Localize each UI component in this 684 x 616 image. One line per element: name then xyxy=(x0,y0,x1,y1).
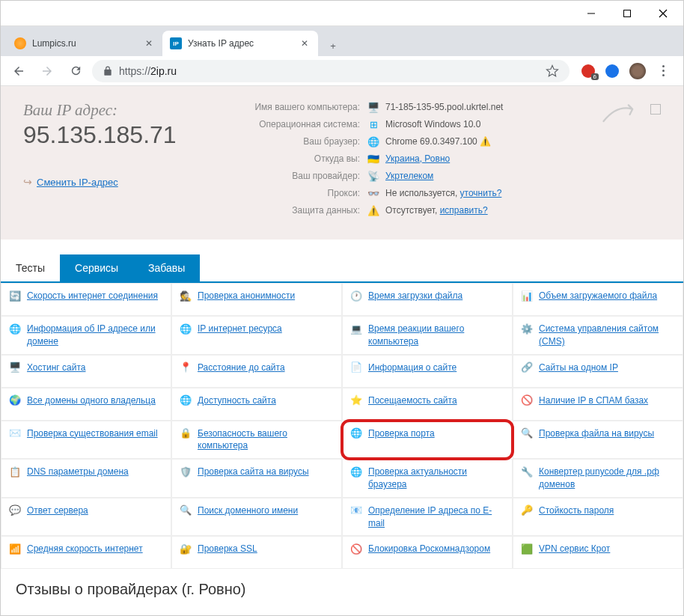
location-link[interactable]: Украина, Ровно xyxy=(385,153,450,164)
service-link[interactable]: Безопасность вашего компьютера xyxy=(198,427,334,453)
service-icon: 📋 xyxy=(9,466,21,478)
service-link[interactable]: Ответ сервера xyxy=(27,504,88,517)
service-icon: 🔒 xyxy=(180,427,192,439)
service-link[interactable]: Информация о сайте xyxy=(368,362,456,374)
tab-close-icon[interactable]: ✕ xyxy=(299,37,311,49)
extensions-area: 6 xyxy=(574,63,677,79)
service-link[interactable]: Проверка анонимности xyxy=(198,290,295,302)
proxy-icon: 👓 xyxy=(367,187,379,199)
proxy-value: Не используется, уточнить? xyxy=(385,188,501,198)
service-icon: ⚙️ xyxy=(521,323,533,335)
service-link[interactable]: Объем загружаемого файла xyxy=(539,290,657,302)
service-icon: 🔑 xyxy=(521,504,533,516)
service-link[interactable]: Система управления сайтом (CMS) xyxy=(539,323,675,348)
service-icon: 📶 xyxy=(9,543,21,555)
service-link[interactable]: Блокировка Роскомнадзором xyxy=(368,543,490,555)
service-link[interactable]: Проверка сайта на вирусы xyxy=(198,466,309,478)
service-cell: 🟩VPN сервис Крот xyxy=(513,536,683,569)
omnibox[interactable]: https://2ip.ru xyxy=(92,60,570,82)
computer-icon: 🖥️ xyxy=(367,101,379,113)
service-link[interactable]: Информация об IP адресе или домене xyxy=(27,323,163,348)
service-link[interactable]: Все домены одного владельца xyxy=(27,394,156,407)
service-link[interactable]: Проверка актуальности браузера xyxy=(368,466,504,491)
provider-link[interactable]: Укртелеком xyxy=(385,171,433,181)
service-cell: 🌍Все домены одного владельца xyxy=(1,388,171,421)
service-link[interactable]: Поиск доменного имени xyxy=(198,504,298,517)
back-button[interactable] xyxy=(7,59,31,83)
service-link[interactable]: Посещаемость сайта xyxy=(368,394,457,407)
share-arrow[interactable] xyxy=(599,101,661,128)
service-cell: 🚫Наличие IP в СПАМ базах xyxy=(513,388,683,421)
service-link[interactable]: Проверка порта xyxy=(368,427,435,440)
service-link[interactable]: Время загрузки файла xyxy=(368,290,462,302)
service-link[interactable]: Проверка файла на вирусы xyxy=(539,427,654,440)
service-link[interactable]: Стойкость пароля xyxy=(539,504,614,517)
proxy-clarify-link[interactable]: уточнить? xyxy=(460,188,502,198)
service-icon: 🌐 xyxy=(9,323,21,335)
url-text: https://2ip.ru xyxy=(119,65,540,77)
service-icon: 📄 xyxy=(350,362,362,373)
service-cell: 🌐Проверка актуальности браузера xyxy=(342,459,513,498)
service-cell: 📍Расстояние до сайта xyxy=(171,355,342,388)
service-link[interactable]: Скорость интернет соединения xyxy=(27,290,158,302)
protection-fix-link[interactable]: исправить? xyxy=(440,205,488,216)
tab-services[interactable]: Сервисы xyxy=(60,254,133,281)
forward-button[interactable] xyxy=(35,59,59,83)
service-link[interactable]: Хостинг сайта xyxy=(27,362,86,374)
chrome-menu-button[interactable] xyxy=(656,65,670,76)
service-icon: 🕐 xyxy=(350,290,362,302)
reload-button[interactable] xyxy=(64,59,88,83)
service-cell: ✉️Проверка существования email xyxy=(1,421,171,460)
browser-tab-lumpics[interactable]: Lumpics.ru ✕ xyxy=(7,31,162,56)
service-cell: 📊Объем загружаемого файла xyxy=(513,283,683,316)
chrome-icon: 🌐 xyxy=(367,135,379,147)
change-ip-link[interactable]: ↪ Сменить IP-адрес xyxy=(23,176,240,188)
service-icon: 🛡️ xyxy=(180,466,192,478)
service-link[interactable]: Проверка SSL xyxy=(198,543,257,555)
service-cell: 🔐Проверка SSL xyxy=(171,536,342,569)
service-icon: 🔐 xyxy=(180,543,192,555)
service-icon: 🌍 xyxy=(9,394,21,406)
profile-avatar[interactable] xyxy=(629,63,646,79)
close-window-button[interactable] xyxy=(646,1,680,25)
service-link[interactable]: Доступность сайта xyxy=(198,394,276,407)
tab-fun[interactable]: Забавы xyxy=(133,254,200,281)
maximize-button[interactable] xyxy=(610,1,644,25)
service-icon: 🚫 xyxy=(350,543,362,555)
service-link[interactable]: VPN сервис Крот xyxy=(539,543,610,555)
browser-tab-2ip[interactable]: IP Узнать IP адрес ✕ xyxy=(162,31,318,56)
service-link[interactable]: DNS параметры домена xyxy=(27,466,129,478)
warning-icon: ⚠️ xyxy=(367,204,379,216)
service-link[interactable]: Наличие IP в СПАМ базах xyxy=(539,394,648,407)
new-tab-button[interactable]: + xyxy=(323,35,343,56)
service-link[interactable]: Определение IP адреса по E-mail xyxy=(368,504,504,530)
service-icon: 🟩 xyxy=(521,543,533,555)
service-link[interactable]: Проверка существования email xyxy=(27,427,158,440)
service-cell: 💻Время реакции вашего компьютера xyxy=(342,316,513,355)
service-icon: 🔄 xyxy=(9,290,21,302)
bookmark-icon[interactable] xyxy=(650,104,661,115)
service-icon: 🔍 xyxy=(521,427,533,439)
service-link[interactable]: Расстояние до сайта xyxy=(198,362,285,374)
tab-tests[interactable]: Тесты xyxy=(1,254,60,281)
address-bar: https://2ip.ru 6 xyxy=(1,56,683,86)
service-icon: 🖥️ xyxy=(9,362,21,373)
bookmark-star-icon[interactable] xyxy=(546,64,559,78)
lock-icon xyxy=(103,66,113,76)
service-cell: 🌐IP интернет ресурса xyxy=(171,316,342,355)
service-link[interactable]: Сайты на одном IP xyxy=(539,362,618,374)
extension-icon-globe[interactable] xyxy=(605,64,619,78)
service-link[interactable]: Конвертер punycode для .рф доменов xyxy=(539,466,675,491)
service-link[interactable]: Средняя скорость интернет xyxy=(27,543,143,555)
service-link[interactable]: IP интернет ресурса xyxy=(198,323,282,335)
minimize-button[interactable] xyxy=(574,1,608,25)
browser-value: Chrome 69.0.3497.100 ⚠️ xyxy=(385,136,491,147)
service-icon: ⭐ xyxy=(350,394,362,406)
service-cell: 🚫Блокировка Роскомнадзором xyxy=(342,536,513,569)
tab-close-icon[interactable]: ✕ xyxy=(143,37,155,49)
main-tabs: Тесты Сервисы Забавы xyxy=(1,254,683,283)
service-icon: 🚫 xyxy=(521,394,533,406)
flag-icon: 🇺🇦 xyxy=(367,153,379,165)
service-link[interactable]: Время реакции вашего компьютера xyxy=(368,323,504,348)
extension-icon[interactable]: 6 xyxy=(581,64,595,78)
